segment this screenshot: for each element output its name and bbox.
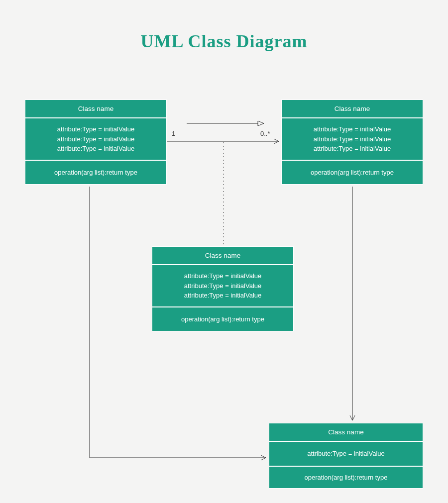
attribute-line: attribute:Type = initialValue [184,271,262,281]
attribute-line: attribute:Type = initialValue [184,281,262,291]
attribute-line: attribute:Type = initialValue [57,124,135,134]
attribute-line: attribute:Type = initialValue [314,124,391,134]
class-name: Class name [281,100,423,118]
attribute-line: attribute:Type = initialValue [314,134,391,144]
attribute-line: attribute:Type = initialValue [57,134,135,144]
class-attributes: attribute:Type = initialValue [269,441,423,466]
attribute-line: attribute:Type = initialValue [184,291,262,301]
class-attributes: attribute:Type = initialValue attribute:… [152,265,294,307]
class-operations: operation(arg list):return type [281,160,423,185]
class-operations: operation(arg list):return type [269,466,423,489]
class-name: Class name [152,246,294,265]
class-operations: operation(arg list):return type [25,160,167,185]
class-attributes: attribute:Type = initialValue attribute:… [281,118,423,160]
attribute-line: attribute:Type = initialValue [57,144,135,154]
attribute-line: attribute:Type = initialValue [307,449,385,459]
diagram-title: UML Class Diagram [0,31,448,52]
class-box-middle: Class name attribute:Type = initialValue… [152,246,294,331]
class-operations: operation(arg list):return type [152,307,294,331]
class-box-top-right: Class name attribute:Type = initialValue… [281,100,423,185]
class-box-bottom: Class name attribute:Type = initialValue… [269,423,423,489]
attribute-line: attribute:Type = initialValue [314,144,391,154]
class-attributes: attribute:Type = initialValue attribute:… [25,118,167,160]
multiplicity-left: 1 [172,130,175,137]
multiplicity-right: 0..* [260,130,270,137]
class-box-top-left: Class name attribute:Type = initialValue… [25,100,167,185]
class-name: Class name [25,100,167,118]
class-name: Class name [269,423,423,441]
